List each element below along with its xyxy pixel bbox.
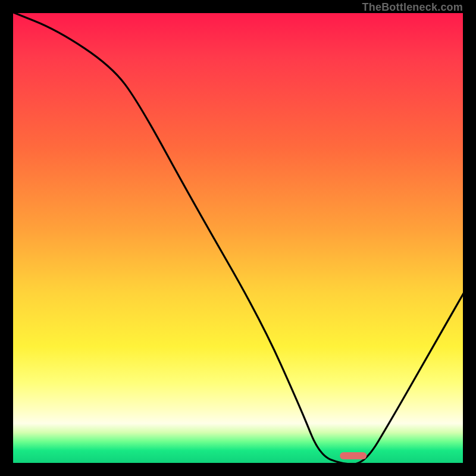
bottleneck-curve: [12, 12, 464, 464]
plot-area: [12, 12, 464, 464]
optimal-marker: [340, 452, 367, 459]
chart-frame: TheBottleneck.com: [0, 0, 476, 476]
